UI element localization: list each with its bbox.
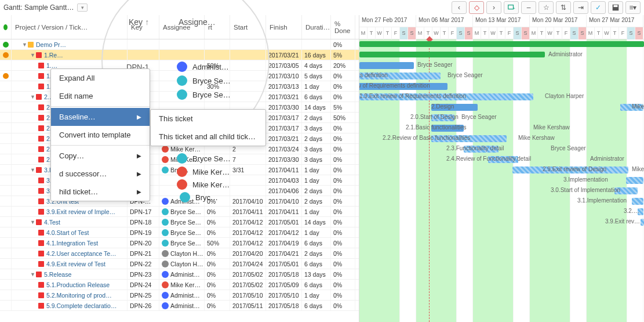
tool-star-button[interactable]: ☆ <box>539 1 554 14</box>
gantt-label: Bryce Seager <box>447 72 483 78</box>
done-cell: 5% <box>331 102 355 112</box>
duration-cell: 1 day <box>302 175 331 185</box>
start-cell <box>230 60 266 70</box>
title-dropdown[interactable]: ▾ <box>77 3 88 12</box>
context-menu-item[interactable]: Expand All <box>51 69 150 87</box>
finish-col-header[interactable]: Finish <box>266 15 302 39</box>
name-cell[interactable]: 4.0.Start of Test <box>12 227 128 237</box>
nav-prev-button[interactable]: ‹ <box>452 1 467 14</box>
name-cell[interactable]: 5.2.Monitoring of prod… <box>12 290 128 300</box>
expand-icon[interactable]: ▼ <box>30 272 35 277</box>
name-col-header[interactable]: Project / Version / Tick… <box>12 15 128 39</box>
table-row[interactable]: 4.2.User acceptance Te…DPN-21Clayton H…0… <box>0 248 359 259</box>
name-cell[interactable]: 4.9.Exit review of Test <box>12 259 128 269</box>
row-name-link[interactable]: 5.9.Complete declaratio… <box>46 302 117 309</box>
name-cell[interactable]: 5.1.Production Release <box>12 280 128 290</box>
duration-cell: 1 day <box>302 227 331 237</box>
nav-next-button[interactable]: › <box>486 1 501 14</box>
duration-col-header[interactable]: Durati… <box>302 15 331 39</box>
add-ticket-button[interactable]: + <box>504 1 519 14</box>
name-cell[interactable]: 4.2.User acceptance Te… <box>12 248 128 258</box>
table-row[interactable]: 4.9.Exit review of TestDPN-22Clayton H…0… <box>0 259 359 269</box>
submenu-arrow-icon: ▶ <box>137 153 141 159</box>
nav-today-button[interactable]: ◇ <box>469 1 484 14</box>
name-cell[interactable]: ▼1.Re… <box>12 50 128 60</box>
assignee-header-zoom[interactable]: Assigne… <box>179 17 216 27</box>
tool-save-button[interactable] <box>608 1 623 14</box>
gantt-label: 2.3.Functionality detail <box>446 145 504 151</box>
gantt-bar[interactable] <box>632 198 643 205</box>
row-name-link[interactable]: Demo Pr… <box>36 41 66 48</box>
done-cell: 5% <box>331 50 355 60</box>
row-name-link[interactable]: 1.Re… <box>44 52 63 59</box>
row-name-link[interactable]: 5.2.Monitoring of prod… <box>46 292 112 299</box>
gantt-bar[interactable] <box>359 52 545 57</box>
table-row[interactable]: ▼1.Re…2017/03/2116 days5% <box>0 50 359 60</box>
gantt-bar[interactable] <box>641 219 644 226</box>
folder-icon <box>38 115 44 121</box>
start-cell: 2017/04/12 <box>230 217 266 227</box>
row-name-link[interactable]: 5.Release <box>44 271 71 278</box>
expand-icon[interactable]: ▼ <box>30 94 35 100</box>
day-header: S <box>457 27 465 39</box>
folder-icon <box>36 167 42 173</box>
done-col-header[interactable]: % Done <box>331 15 355 39</box>
table-row[interactable]: 3.9.Exit review of Imple…DPN-17Bryce Se…… <box>0 207 359 217</box>
status-cell <box>0 290 12 300</box>
row-name-link[interactable]: 4.9.Exit review of Test <box>46 261 105 267</box>
gantt-body[interactable]: AdministratorBryce Seagerrements definit… <box>359 39 644 322</box>
context-submenu-item[interactable]: This ticket and all child tick… <box>151 128 265 146</box>
gantt-label: Bryce Seager <box>461 114 497 120</box>
expand-icon[interactable]: ▼ <box>22 42 27 48</box>
name-cell[interactable]: 5.9.Complete declaratio… <box>12 301 128 310</box>
expand-icon[interactable]: ▼ <box>30 52 35 58</box>
tool-expand-button[interactable]: ⇅ <box>556 1 571 14</box>
context-menu-item[interactable]: Copy…▶ <box>51 147 150 165</box>
row-name-link[interactable]: 4.Test <box>44 219 60 226</box>
row-name-link[interactable]: 5.1.Production Release <box>46 281 110 288</box>
name-cell[interactable]: ▼4.Test <box>12 217 128 227</box>
table-row[interactable]: 4.0.Start of TestDPN-19Bryce Se…0%2017/0… <box>0 227 359 238</box>
start-col-header[interactable]: Start <box>230 15 266 39</box>
status-cell <box>0 81 12 91</box>
name-cell[interactable]: ▼Demo Pr… <box>12 39 128 49</box>
table-row[interactable]: ▼Demo Pr…0% <box>0 39 359 50</box>
context-menu-item[interactable]: d successor…▶ <box>51 165 150 183</box>
name-cell[interactable]: ▼5.Release <box>12 269 128 279</box>
day-header: T <box>481 27 489 39</box>
tool-menu-button[interactable]: ≡▾ <box>625 1 641 14</box>
row-name-link[interactable]: 1.… <box>46 62 57 69</box>
table-row[interactable]: 5.2.Monitoring of prod…DPN-25Administ…0%… <box>0 290 359 301</box>
gantt-bar[interactable] <box>359 41 644 47</box>
context-menu-item[interactable]: Baseline…▶ <box>51 108 150 126</box>
name-cell[interactable]: 4.1.Integration Test <box>12 238 128 248</box>
tool-indent-button[interactable]: ⇥ <box>573 1 588 14</box>
day-header: F <box>505 27 514 39</box>
row-name-link[interactable]: 4.2.User acceptance Te… <box>46 250 117 257</box>
name-cell[interactable]: 3.9.Exit review of Imple… <box>12 207 128 216</box>
context-menu-item[interactable]: Edit name <box>51 87 150 105</box>
row-name-link[interactable]: 3.9.Exit review of Imple… <box>46 208 115 215</box>
table-row[interactable]: 5.1.Production ReleaseDPN-24Mike Ker…0%2… <box>0 280 359 290</box>
key-header-zoom[interactable]: Key↑ <box>129 17 149 27</box>
duration-cell: 13 days <box>302 269 331 279</box>
row-name-link[interactable]: 4.0.Start of Test <box>46 229 89 236</box>
expand-icon[interactable]: ▼ <box>30 167 35 173</box>
day-header: M <box>530 27 538 39</box>
table-row[interactable]: ▼5.ReleaseDPN-23Administ…0%2017/05/02201… <box>0 269 359 280</box>
day-header: T <box>538 27 546 39</box>
assignee-cell <box>159 39 205 49</box>
table-row[interactable]: ▼4.TestDPN-18Bryce Se…0%2017/04/122017/0… <box>0 217 359 227</box>
table-row[interactable]: 4.1.Integration TestDPN-20Bryce Se…50%20… <box>0 238 359 248</box>
context-menu-item[interactable]: Convert into template <box>51 126 150 144</box>
context-menu-item[interactable]: hild ticket…▶ <box>51 183 150 201</box>
expand-icon[interactable]: ▼ <box>30 219 35 225</box>
gantt-bar[interactable] <box>359 62 414 69</box>
gantt-bar[interactable] <box>626 177 643 184</box>
tool-filter-button[interactable]: ✓ <box>591 1 606 14</box>
tool-dash-button[interactable]: – <box>521 1 536 14</box>
table-row[interactable]: 5.9.Complete declaratio…DPN-26Administ…0… <box>0 301 359 311</box>
svg-text:+: + <box>513 6 515 10</box>
row-name-link[interactable]: 4.1.Integration Test <box>46 240 98 247</box>
context-submenu-item[interactable]: This ticket <box>151 110 265 128</box>
